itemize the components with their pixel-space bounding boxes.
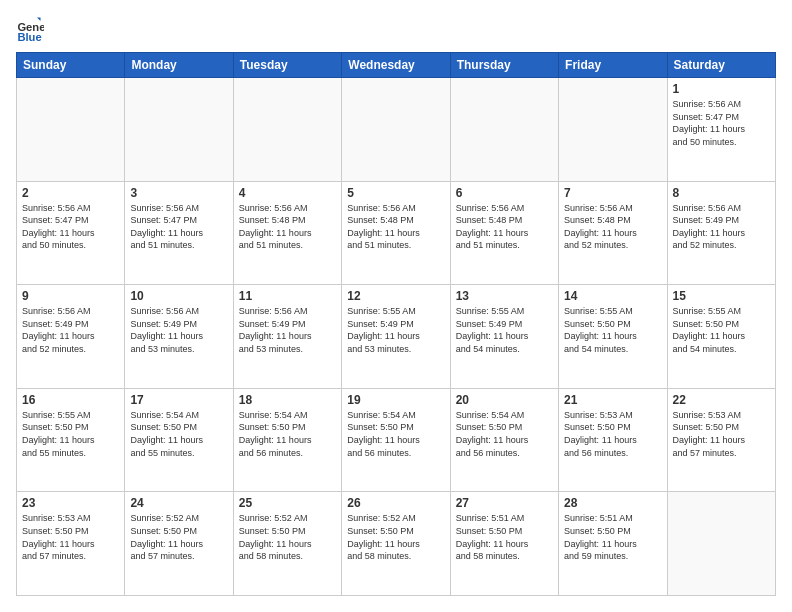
calendar-cell: 3Sunrise: 5:56 AM Sunset: 5:47 PM Daylig…	[125, 181, 233, 285]
day-number: 3	[130, 186, 227, 200]
calendar-cell	[125, 78, 233, 182]
calendar-cell: 18Sunrise: 5:54 AM Sunset: 5:50 PM Dayli…	[233, 388, 341, 492]
day-number: 20	[456, 393, 553, 407]
day-info: Sunrise: 5:55 AM Sunset: 5:50 PM Dayligh…	[673, 305, 770, 355]
weekday-header-sunday: Sunday	[17, 53, 125, 78]
day-info: Sunrise: 5:56 AM Sunset: 5:49 PM Dayligh…	[239, 305, 336, 355]
calendar-cell	[559, 78, 667, 182]
day-number: 23	[22, 496, 119, 510]
day-info: Sunrise: 5:53 AM Sunset: 5:50 PM Dayligh…	[564, 409, 661, 459]
day-info: Sunrise: 5:53 AM Sunset: 5:50 PM Dayligh…	[673, 409, 770, 459]
calendar-cell: 5Sunrise: 5:56 AM Sunset: 5:48 PM Daylig…	[342, 181, 450, 285]
calendar-cell: 9Sunrise: 5:56 AM Sunset: 5:49 PM Daylig…	[17, 285, 125, 389]
day-info: Sunrise: 5:55 AM Sunset: 5:49 PM Dayligh…	[347, 305, 444, 355]
day-number: 27	[456, 496, 553, 510]
day-info: Sunrise: 5:55 AM Sunset: 5:50 PM Dayligh…	[22, 409, 119, 459]
day-number: 9	[22, 289, 119, 303]
day-number: 17	[130, 393, 227, 407]
day-number: 19	[347, 393, 444, 407]
day-number: 28	[564, 496, 661, 510]
day-info: Sunrise: 5:56 AM Sunset: 5:49 PM Dayligh…	[130, 305, 227, 355]
calendar-cell: 7Sunrise: 5:56 AM Sunset: 5:48 PM Daylig…	[559, 181, 667, 285]
day-number: 22	[673, 393, 770, 407]
day-info: Sunrise: 5:56 AM Sunset: 5:48 PM Dayligh…	[239, 202, 336, 252]
calendar-cell: 12Sunrise: 5:55 AM Sunset: 5:49 PM Dayli…	[342, 285, 450, 389]
day-info: Sunrise: 5:51 AM Sunset: 5:50 PM Dayligh…	[564, 512, 661, 562]
calendar-cell: 25Sunrise: 5:52 AM Sunset: 5:50 PM Dayli…	[233, 492, 341, 596]
calendar-cell: 28Sunrise: 5:51 AM Sunset: 5:50 PM Dayli…	[559, 492, 667, 596]
page: General Blue SundayMondayTuesdayWednesda…	[0, 0, 792, 612]
calendar-cell: 6Sunrise: 5:56 AM Sunset: 5:48 PM Daylig…	[450, 181, 558, 285]
calendar-table: SundayMondayTuesdayWednesdayThursdayFrid…	[16, 52, 776, 596]
week-row-5: 23Sunrise: 5:53 AM Sunset: 5:50 PM Dayli…	[17, 492, 776, 596]
calendar-cell: 21Sunrise: 5:53 AM Sunset: 5:50 PM Dayli…	[559, 388, 667, 492]
day-info: Sunrise: 5:51 AM Sunset: 5:50 PM Dayligh…	[456, 512, 553, 562]
calendar-cell: 24Sunrise: 5:52 AM Sunset: 5:50 PM Dayli…	[125, 492, 233, 596]
day-info: Sunrise: 5:52 AM Sunset: 5:50 PM Dayligh…	[347, 512, 444, 562]
calendar-cell: 4Sunrise: 5:56 AM Sunset: 5:48 PM Daylig…	[233, 181, 341, 285]
day-number: 4	[239, 186, 336, 200]
day-number: 15	[673, 289, 770, 303]
day-info: Sunrise: 5:56 AM Sunset: 5:47 PM Dayligh…	[22, 202, 119, 252]
calendar-cell: 22Sunrise: 5:53 AM Sunset: 5:50 PM Dayli…	[667, 388, 775, 492]
day-info: Sunrise: 5:56 AM Sunset: 5:47 PM Dayligh…	[673, 98, 770, 148]
day-number: 14	[564, 289, 661, 303]
day-number: 2	[22, 186, 119, 200]
calendar-cell	[17, 78, 125, 182]
logo-icon: General Blue	[16, 16, 44, 44]
weekday-header-row: SundayMondayTuesdayWednesdayThursdayFrid…	[17, 53, 776, 78]
day-info: Sunrise: 5:55 AM Sunset: 5:49 PM Dayligh…	[456, 305, 553, 355]
day-number: 6	[456, 186, 553, 200]
day-number: 26	[347, 496, 444, 510]
day-info: Sunrise: 5:56 AM Sunset: 5:48 PM Dayligh…	[456, 202, 553, 252]
day-info: Sunrise: 5:52 AM Sunset: 5:50 PM Dayligh…	[239, 512, 336, 562]
day-number: 12	[347, 289, 444, 303]
day-info: Sunrise: 5:54 AM Sunset: 5:50 PM Dayligh…	[239, 409, 336, 459]
weekday-header-thursday: Thursday	[450, 53, 558, 78]
day-number: 7	[564, 186, 661, 200]
calendar-cell: 15Sunrise: 5:55 AM Sunset: 5:50 PM Dayli…	[667, 285, 775, 389]
day-info: Sunrise: 5:56 AM Sunset: 5:48 PM Dayligh…	[347, 202, 444, 252]
day-info: Sunrise: 5:56 AM Sunset: 5:48 PM Dayligh…	[564, 202, 661, 252]
header: General Blue	[16, 16, 776, 44]
calendar-cell: 2Sunrise: 5:56 AM Sunset: 5:47 PM Daylig…	[17, 181, 125, 285]
day-info: Sunrise: 5:54 AM Sunset: 5:50 PM Dayligh…	[456, 409, 553, 459]
day-info: Sunrise: 5:54 AM Sunset: 5:50 PM Dayligh…	[130, 409, 227, 459]
calendar-cell: 16Sunrise: 5:55 AM Sunset: 5:50 PM Dayli…	[17, 388, 125, 492]
calendar-cell: 13Sunrise: 5:55 AM Sunset: 5:49 PM Dayli…	[450, 285, 558, 389]
weekday-header-saturday: Saturday	[667, 53, 775, 78]
calendar-cell: 27Sunrise: 5:51 AM Sunset: 5:50 PM Dayli…	[450, 492, 558, 596]
calendar-cell	[342, 78, 450, 182]
calendar-cell	[233, 78, 341, 182]
day-number: 13	[456, 289, 553, 303]
week-row-2: 2Sunrise: 5:56 AM Sunset: 5:47 PM Daylig…	[17, 181, 776, 285]
calendar-cell: 26Sunrise: 5:52 AM Sunset: 5:50 PM Dayli…	[342, 492, 450, 596]
weekday-header-monday: Monday	[125, 53, 233, 78]
calendar-cell: 11Sunrise: 5:56 AM Sunset: 5:49 PM Dayli…	[233, 285, 341, 389]
day-number: 8	[673, 186, 770, 200]
svg-marker-2	[37, 17, 41, 21]
day-number: 25	[239, 496, 336, 510]
day-info: Sunrise: 5:56 AM Sunset: 5:47 PM Dayligh…	[130, 202, 227, 252]
day-number: 5	[347, 186, 444, 200]
day-number: 16	[22, 393, 119, 407]
calendar-cell: 20Sunrise: 5:54 AM Sunset: 5:50 PM Dayli…	[450, 388, 558, 492]
calendar-cell: 8Sunrise: 5:56 AM Sunset: 5:49 PM Daylig…	[667, 181, 775, 285]
calendar-cell	[450, 78, 558, 182]
logo: General Blue	[16, 16, 48, 44]
calendar-cell: 10Sunrise: 5:56 AM Sunset: 5:49 PM Dayli…	[125, 285, 233, 389]
day-number: 11	[239, 289, 336, 303]
week-row-4: 16Sunrise: 5:55 AM Sunset: 5:50 PM Dayli…	[17, 388, 776, 492]
calendar-cell: 17Sunrise: 5:54 AM Sunset: 5:50 PM Dayli…	[125, 388, 233, 492]
day-number: 1	[673, 82, 770, 96]
calendar-cell	[667, 492, 775, 596]
day-info: Sunrise: 5:54 AM Sunset: 5:50 PM Dayligh…	[347, 409, 444, 459]
day-info: Sunrise: 5:53 AM Sunset: 5:50 PM Dayligh…	[22, 512, 119, 562]
day-info: Sunrise: 5:56 AM Sunset: 5:49 PM Dayligh…	[673, 202, 770, 252]
svg-text:Blue: Blue	[17, 31, 41, 43]
weekday-header-friday: Friday	[559, 53, 667, 78]
weekday-header-wednesday: Wednesday	[342, 53, 450, 78]
day-number: 21	[564, 393, 661, 407]
calendar-cell: 1Sunrise: 5:56 AM Sunset: 5:47 PM Daylig…	[667, 78, 775, 182]
day-info: Sunrise: 5:52 AM Sunset: 5:50 PM Dayligh…	[130, 512, 227, 562]
